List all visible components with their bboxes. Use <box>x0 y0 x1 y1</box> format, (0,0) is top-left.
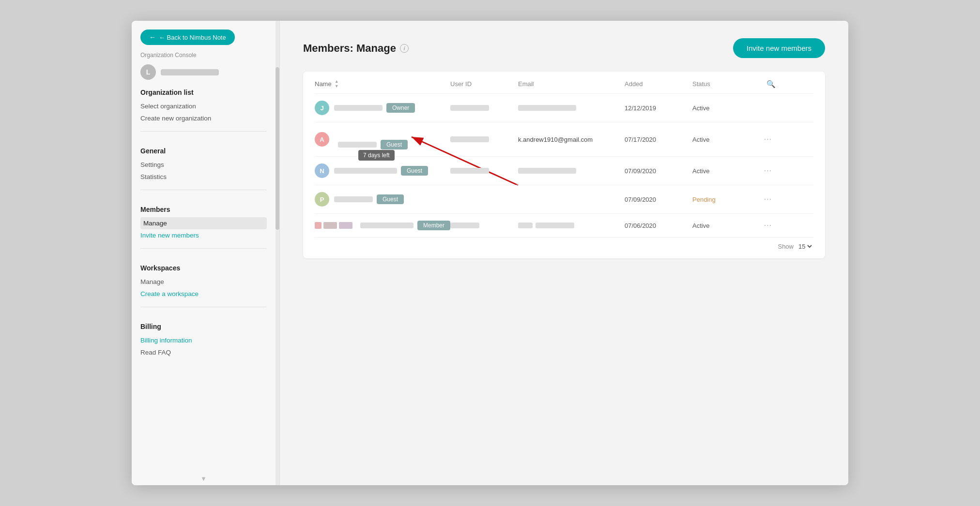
sidebar-item-members-manage[interactable]: Manage <box>140 217 267 229</box>
org-console-label: Organization Console <box>140 52 267 59</box>
sort-arrows[interactable]: ▲ ▼ <box>335 79 339 89</box>
user-id-blur <box>450 136 489 142</box>
sort-asc-icon: ▲ <box>335 79 339 84</box>
added-date: 07/17/2020 <box>625 136 692 143</box>
member-name <box>360 223 413 228</box>
more-options-button[interactable]: ··· <box>760 166 776 175</box>
user-id-blur <box>450 223 479 228</box>
sidebar-item-select-organization[interactable]: Select organization <box>140 100 267 112</box>
role-badge: Guest <box>381 140 408 149</box>
table-row: A 7 days left Guest k.andrew1910@gmail.c… <box>315 122 813 157</box>
scroll-down-indicator: ▼ <box>132 472 276 485</box>
status-badge: Active <box>692 167 760 175</box>
user-id-cell <box>450 168 518 174</box>
back-arrow-icon: ← <box>149 33 156 41</box>
user-name <box>161 69 219 75</box>
invite-new-members-button[interactable]: Invite new members <box>733 38 825 58</box>
section-title-members: Members <box>140 206 267 213</box>
section-title-organization-list: Organization list <box>140 89 267 96</box>
sidebar-section-billing: Billing Billing information Read FAQ <box>132 314 276 358</box>
sidebar-item-statistics[interactable]: Statistics <box>140 171 267 183</box>
member-cell-p: P Guest <box>315 192 450 207</box>
sort-desc-icon: ▼ <box>335 84 339 89</box>
divider-4 <box>140 307 267 307</box>
member-name <box>334 105 383 111</box>
role-badge: Guest <box>401 166 428 176</box>
email-blur <box>518 168 576 174</box>
back-button-label: ← Back to Nimbus Note <box>159 34 226 41</box>
section-title-general: General <box>140 147 267 155</box>
email-cell <box>518 223 625 228</box>
divider-2 <box>140 190 267 190</box>
status-badge: Active <box>692 222 760 229</box>
sidebar-section-general: General Settings Statistics <box>132 138 276 183</box>
main-content: Members: Manage i Invite new members Nam… <box>280 21 848 485</box>
sidebar-item-invite-new-members[interactable]: Invite new members <box>140 229 267 241</box>
sidebar-scrollbar[interactable] <box>276 21 279 485</box>
sidebar-item-create-new-organization[interactable]: Create new organization <box>140 112 267 124</box>
sidebar-section-workspaces: Workspaces Manage Create a workspace <box>132 255 276 300</box>
member-cell-n: N Guest <box>315 164 450 178</box>
days-left-tooltip: 7 days left <box>358 150 395 161</box>
table-header: Name ▲ ▼ User ID Email Added Status 🔍 <box>315 72 813 94</box>
back-to-nimbus-button[interactable]: ← ← Back to Nimbus Note <box>140 30 235 45</box>
divider-1 <box>140 131 267 132</box>
email-cell <box>518 105 625 111</box>
avatar: L <box>140 64 156 80</box>
role-badge: Guest <box>377 194 404 204</box>
sidebar-scrollbar-thumb <box>276 67 279 230</box>
user-id-cell <box>450 223 518 228</box>
more-options-button[interactable]: ··· <box>760 221 776 230</box>
user-id-blur <box>450 105 489 111</box>
sidebar-item-billing-information[interactable]: Billing information <box>140 334 267 346</box>
show-count-select[interactable]: 15 25 50 <box>796 242 813 251</box>
added-date: 12/12/2019 <box>625 104 692 112</box>
show-label: Show <box>778 243 794 250</box>
col-header-email: Email <box>518 80 625 88</box>
avatar: N <box>315 164 329 178</box>
table-row: Member 07/06/2020 Active ··· <box>315 214 813 238</box>
email-cell: k.andrew1910@gmail.com <box>518 136 625 143</box>
added-date: 07/06/2020 <box>625 222 692 229</box>
members-table: Name ▲ ▼ User ID Email Added Status 🔍 J <box>303 72 825 258</box>
user-id-cell <box>450 105 518 111</box>
member-name <box>334 168 397 174</box>
info-icon[interactable]: i <box>400 44 409 53</box>
member-cell-blank: Member <box>315 221 450 230</box>
main-header: Members: Manage i Invite new members <box>303 38 825 58</box>
table-row: N Guest 07/09/2020 Active ··· <box>315 157 813 185</box>
more-options-button[interactable]: ··· <box>760 195 776 204</box>
col-header-userid: User ID <box>450 80 518 88</box>
page-title: Members: Manage i <box>303 42 409 55</box>
sidebar-item-settings[interactable]: Settings <box>140 159 267 171</box>
status-badge: Pending <box>692 196 760 203</box>
user-id-cell <box>450 136 518 142</box>
sidebar-section-organization-list: Organization list Select organization Cr… <box>132 80 276 124</box>
table-row: J Owner 12/12/2019 Active <box>315 94 813 122</box>
email-cell <box>518 168 625 174</box>
col-header-name: Name ▲ ▼ <box>315 79 450 89</box>
avatar: P <box>315 192 329 207</box>
search-icon[interactable]: 🔍 <box>766 80 776 89</box>
user-row: L <box>132 59 276 80</box>
sidebar-item-read-faq[interactable]: Read FAQ <box>140 346 267 358</box>
member-cell-a: A 7 days left Guest <box>315 129 450 149</box>
user-id-blur <box>450 168 489 174</box>
sidebar: ← ← Back to Nimbus Note Organization Con… <box>132 21 280 485</box>
sidebar-item-workspaces-manage[interactable]: Manage <box>140 276 267 288</box>
more-options-button[interactable]: ··· <box>760 135 776 144</box>
table-row: P Guest 07/09/2020 Pending ··· <box>315 185 813 214</box>
status-badge: Active <box>692 136 760 143</box>
sidebar-section-members: Members Manage Invite new members <box>132 197 276 241</box>
col-header-status: Status <box>692 80 760 88</box>
sidebar-item-create-workspace[interactable]: Create a workspace <box>140 288 267 300</box>
status-badge: Active <box>692 104 760 112</box>
role-badge: Member <box>417 221 450 230</box>
table-footer: Show 15 25 50 <box>315 238 813 251</box>
avatar: A <box>315 132 329 147</box>
member-name <box>338 142 377 148</box>
member-cell-j: J Owner <box>315 101 450 115</box>
section-title-billing: Billing <box>140 323 267 330</box>
role-badge: Owner <box>386 103 415 113</box>
added-date: 07/09/2020 <box>625 167 692 175</box>
